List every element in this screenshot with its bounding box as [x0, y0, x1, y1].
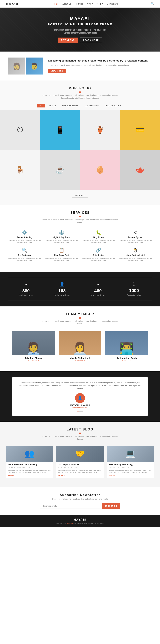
portfolio-item[interactable]: 🫖	[120, 150, 160, 190]
about-images: 👩 👨	[8, 58, 44, 74]
dot-3[interactable]	[81, 410, 83, 412]
site-logo: MAYABI	[6, 2, 20, 6]
service-desc: Lorem ipsum has been the in standard dum…	[119, 239, 152, 244]
team-grid: 🧑‍💼 Atik Ibna Shams WEB CODER 👩‍💼 Mayabi…	[0, 328, 160, 365]
service-desc: Lorem ipsum has been the in standard dum…	[82, 239, 115, 244]
service-desc: Lorem ipsum has been the in standard dum…	[119, 257, 152, 262]
portfolio-item[interactable]: ①	[0, 110, 40, 150]
stat-bugs: ✦ 469 Total Bug fixing	[80, 278, 116, 300]
blog-post-desc: adipiscing ullamco dolores ut 1380 elit …	[8, 469, 51, 474]
nav-portfolio[interactable]: Portfolio	[75, 2, 83, 5]
filter-photography[interactable]: PHOTOGRAPHY	[103, 104, 123, 108]
about-section: 👩 👨 It is a long established fact that a…	[0, 52, 160, 80]
bug-fixing-icon: 🐛	[82, 230, 115, 235]
services-desc: Lorem ipsum dolor sit amet, consectetur …	[40, 218, 120, 224]
blog-meta: By: Admin | February 8, 2019	[109, 466, 152, 468]
blog-card-1: 👥 We Are Best For Our Company. By: Admin…	[6, 446, 53, 478]
blog-post-title: We Are Best For Our Company.	[8, 464, 51, 466]
search-icon[interactable]: 🔍	[151, 2, 154, 5]
hero-title: MAYABI	[70, 16, 90, 21]
stat-number: 469	[94, 288, 102, 294]
newsletter-email-input[interactable]	[40, 503, 102, 509]
service-name: Restore System	[119, 236, 152, 238]
nav-contact[interactable]: Contact Us	[107, 2, 118, 5]
service-name: Seo Optimized	[8, 254, 41, 256]
filter-all[interactable]: ALL	[37, 104, 45, 108]
blog-post-desc: adipiscing ullamco dolores ut 1380 elit …	[109, 469, 152, 474]
stat-number: 1000	[129, 288, 139, 293]
service-name: Bug Fixing	[82, 236, 115, 238]
service-desc: Lorem ipsum has been the in standard dum…	[8, 239, 41, 244]
stat-label: Satisfied Clients	[54, 294, 70, 296]
blog-section: LATEST BLOG Lorem ipsum dolor sit amet, …	[0, 422, 160, 487]
about-text: It is a long established fact that a rea…	[48, 59, 152, 73]
testimonial-section: Lorem ipsum dolor sit amet, consectetur …	[0, 371, 160, 422]
blog-post-desc: adipiscing ullamco dolores ut 1380 elit …	[58, 469, 102, 474]
team-photo-1: 🧑‍💼	[12, 332, 55, 355]
about-image-2: 👨	[26, 58, 43, 74]
blog-post-title: 24/7 Support Services	[58, 464, 102, 466]
nav-about[interactable]: About Us	[62, 2, 71, 5]
blog-more-link[interactable]: MORE »	[58, 474, 102, 476]
blog-date: December 10, 2016	[17, 466, 31, 468]
team-name: Adrian Adam Rakib	[105, 357, 148, 359]
blog-content-2: 24/7 Support Services By: Admin | March …	[56, 462, 104, 478]
service-item: ⚙️ Account Setting Lorem ipsum has been …	[8, 230, 41, 244]
testimonial-dots	[17, 410, 143, 412]
blog-divider	[79, 432, 81, 434]
account-setting-icon: ⚙️	[8, 230, 41, 235]
nav-home[interactable]: Home	[53, 2, 59, 5]
blog-more-link[interactable]: MORE »	[8, 474, 51, 476]
blog-more-link[interactable]: MORE »	[109, 474, 152, 476]
footer-brand: RRISDB	[67, 522, 73, 524]
portfolio-desc: Lorem ipsum dolor sit amet, consectetur …	[40, 94, 120, 100]
footer-copyright: copyright 2019 RRISDB | all rights reser…	[3, 522, 157, 524]
stat-number: 163	[58, 288, 66, 294]
blog-meta: By: Admin | December 10, 2016	[8, 466, 51, 468]
blog-content-3: Fast Working Technology By: Admin | Febr…	[107, 462, 154, 478]
team-member-3: 👨‍💻 Adrian Adam Rakib ASSIST HR	[105, 332, 148, 361]
team-title: TEAM MEMBER	[4, 312, 156, 316]
service-name: Night & Day Equal	[45, 236, 78, 238]
blog-desc: Lorem ipsum dolor sit amet, consectetur …	[40, 435, 120, 441]
testimonial-name: MAYABI LUKMA LILI	[17, 404, 143, 406]
portfolio-section: PORTFOLIO Lorem ipsum dolor sit amet, co…	[0, 80, 160, 205]
services-title: SERVICES	[4, 211, 156, 214]
view-more-button[interactable]: VIEW MORE	[48, 69, 66, 73]
portfolio-item[interactable]: 🏺	[80, 110, 120, 150]
portfolio-item[interactable]: 🥚	[80, 150, 120, 190]
viewall-button[interactable]: VIEW ALL	[72, 193, 89, 198]
team-divider	[79, 317, 81, 319]
services-grid: ⚙️ Account Setting Lorem ipsum has been …	[0, 226, 160, 266]
service-name: Account Setting	[8, 236, 41, 238]
subscribe-button[interactable]: SUBSCRIBE	[102, 503, 120, 509]
testimonial-box: Lorem ipsum dolor sit amet, consectetur …	[12, 377, 148, 416]
dot-2[interactable]	[79, 410, 81, 412]
filter-development[interactable]: DEVELOPMENT	[60, 104, 80, 108]
blog-date: March 10, 2080	[68, 466, 79, 468]
nav-shop[interactable]: Shop ▾	[96, 2, 103, 5]
stat-label: Projects Value	[127, 294, 141, 296]
filter-illustration[interactable]: ILLUSTRATION	[82, 104, 101, 108]
service-name: Github Link	[82, 254, 115, 256]
blog-card-2: 🤝 24/7 Support Services By: Admin | Marc…	[56, 446, 104, 478]
nav-blog[interactable]: Blog ▾	[87, 2, 93, 5]
stat-clients: 👤 163 Satisfied Clients	[44, 278, 80, 300]
learn-more-button[interactable]: LEARN MORE	[80, 38, 102, 43]
portfolio-item[interactable]: 💳	[120, 110, 160, 150]
service-item: ↻ Restore System Lorem ipsum has been th…	[119, 230, 152, 244]
portfolio-item[interactable]: 🪑	[0, 150, 40, 190]
portfolio-item[interactable]: ☕	[40, 150, 80, 190]
blog-author: By: Admin	[109, 466, 116, 468]
testimonial-avatar: 👤	[75, 393, 85, 403]
team-photo-3: 👨‍💻	[105, 332, 148, 355]
testimonial-site: www.workainia.com	[17, 406, 143, 408]
stat-label: Projects Done	[19, 294, 33, 296]
download-button[interactable]: DOWNLOAD	[58, 38, 78, 43]
blog-author: By: Admin	[8, 466, 15, 468]
dot-1[interactable]	[77, 410, 79, 412]
filter-design[interactable]: DESIGN	[47, 104, 59, 108]
blog-card-3: 💻 Fast Working Technology By: Admin | Fe…	[107, 446, 154, 478]
portfolio-item[interactable]: 📱	[40, 110, 80, 150]
service-name: Linux System Install	[119, 254, 152, 256]
